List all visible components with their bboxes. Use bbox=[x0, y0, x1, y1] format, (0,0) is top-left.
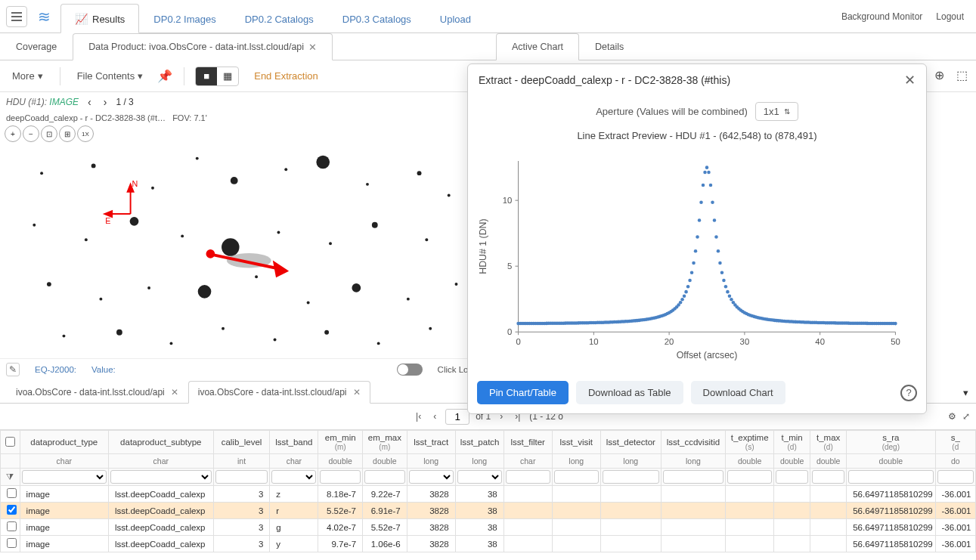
subtab-active-chart[interactable]: Active Chart bbox=[496, 33, 579, 60]
tab-results[interactable]: 📈Results bbox=[60, 4, 139, 33]
tab-upload[interactable]: Upload bbox=[426, 5, 485, 32]
page-first-icon[interactable]: |‹ bbox=[413, 411, 424, 422]
page-prev-icon[interactable]: ‹ bbox=[430, 411, 439, 422]
filter-input[interactable] bbox=[812, 470, 844, 484]
select-all-checkbox[interactable] bbox=[5, 437, 15, 447]
col-lsst_patch[interactable]: lsst_patch bbox=[455, 431, 503, 454]
help-icon[interactable]: ? bbox=[900, 385, 917, 401]
filter-input[interactable] bbox=[663, 470, 723, 484]
col-s_ra[interactable]: s_ra(deg) bbox=[847, 431, 935, 454]
svg-point-158 bbox=[684, 290, 688, 294]
pin-chart-button[interactable]: Pin Chart/Table bbox=[477, 381, 569, 404]
view-mode-toggle[interactable]: ■ ▦ bbox=[195, 67, 239, 86]
pin-icon[interactable]: 📌 bbox=[156, 68, 173, 85]
line-extract-chart[interactable]: 010203040500510Offset (arcsec)HDU# 1 (DN… bbox=[476, 152, 911, 364]
table-row[interactable]: imagelsst.deepCoadd_calexp3r5.52e-76.91e… bbox=[1, 503, 976, 519]
zoom-fit-icon[interactable]: ⊡ bbox=[41, 125, 57, 142]
row-checkbox[interactable] bbox=[7, 505, 17, 515]
filter-input[interactable] bbox=[727, 470, 772, 484]
file-contents-menu[interactable]: File Contents ▾ bbox=[71, 67, 150, 85]
end-extraction-button[interactable]: End Extraction bbox=[246, 67, 326, 85]
target-icon[interactable]: ⊕ bbox=[931, 67, 947, 84]
table-row[interactable]: imagelsst.deepCoadd_calexp3y9.7e-71.06e-… bbox=[1, 536, 976, 552]
tab-dp02-images[interactable]: DP0.2 Images bbox=[139, 5, 230, 32]
page-input[interactable] bbox=[445, 409, 469, 425]
click-lock-toggle[interactable] bbox=[397, 364, 423, 376]
tab-dp03-catalogs[interactable]: DP0.3 Catalogs bbox=[328, 5, 426, 32]
col-dataproduct_subtype[interactable]: dataproduct_subtype bbox=[108, 431, 213, 454]
col-lsst_tract[interactable]: lsst_tract bbox=[407, 431, 455, 454]
svg-point-26 bbox=[352, 283, 361, 292]
close-icon[interactable]: ✕ bbox=[904, 72, 916, 88]
filter-input[interactable] bbox=[776, 470, 808, 484]
filter-input[interactable] bbox=[554, 470, 599, 484]
col-t_max[interactable]: t_max(d) bbox=[810, 431, 847, 454]
col-s_[interactable]: s_(d bbox=[935, 431, 975, 454]
filter-icon[interactable]: ⧩ bbox=[1, 469, 20, 486]
zoom-fill-icon[interactable]: ⊞ bbox=[59, 125, 76, 142]
svg-point-46 bbox=[207, 251, 213, 257]
zoom-in-icon[interactable]: + bbox=[5, 125, 21, 142]
filter-input[interactable] bbox=[215, 470, 268, 484]
filter-input[interactable] bbox=[848, 470, 933, 484]
logout-link[interactable]: Logout bbox=[936, 11, 964, 22]
table-tab-1[interactable]: ivoa.ObsCore - data-int.lsst.cloud/api✕ bbox=[188, 381, 370, 404]
grid-view-icon[interactable]: ▦ bbox=[217, 67, 238, 85]
filter-input[interactable] bbox=[937, 470, 974, 484]
close-icon[interactable]: ✕ bbox=[308, 42, 317, 53]
subtab-coverage[interactable]: Coverage bbox=[0, 33, 73, 60]
filter-select[interactable] bbox=[110, 470, 212, 484]
download-chart-button[interactable]: Download Chart bbox=[691, 381, 785, 404]
filter-select[interactable] bbox=[457, 470, 502, 484]
col-lsst_detector[interactable]: lsst_detector bbox=[600, 431, 661, 454]
svg-point-30 bbox=[116, 330, 122, 336]
row-checkbox[interactable] bbox=[7, 538, 17, 548]
table-row[interactable]: imagelsst.deepCoadd_calexp3g4.02e-75.52e… bbox=[1, 519, 976, 536]
download-table-button[interactable]: Download as Table bbox=[576, 381, 683, 404]
tab-dp02-catalogs[interactable]: DP0.2 Catalogs bbox=[231, 5, 328, 32]
filter-input[interactable] bbox=[603, 470, 659, 484]
table-tab-menu[interactable]: ▾ bbox=[956, 382, 976, 403]
row-checkbox[interactable] bbox=[7, 521, 17, 531]
zoom-1x-icon[interactable]: 1X bbox=[77, 125, 94, 142]
single-view-icon[interactable]: ■ bbox=[196, 67, 217, 85]
col-t_min[interactable]: t_min(d) bbox=[774, 431, 810, 454]
col-calib_level[interactable]: calib_level bbox=[213, 431, 270, 454]
edit-icon[interactable]: ✎ bbox=[6, 363, 20, 376]
col-em_min[interactable]: em_min(m) bbox=[318, 431, 363, 454]
aperture-select[interactable]: 1x1⇅ bbox=[755, 102, 798, 121]
filter-select[interactable] bbox=[22, 470, 107, 484]
table-tab-0[interactable]: ivoa.ObsCore - data-int.lsst.cloud/api✕ bbox=[6, 381, 188, 403]
col-em_max[interactable]: em_max(m) bbox=[363, 431, 407, 454]
hdu-prev[interactable]: ‹ bbox=[85, 96, 95, 108]
subtab-data-product[interactable]: Data Product: ivoa.ObsCore - data-int.ls… bbox=[73, 33, 333, 60]
menu-button[interactable] bbox=[6, 6, 27, 27]
stepper-icon: ⇅ bbox=[784, 107, 790, 116]
col-lsst_ccdvisitid[interactable]: lsst_ccdvisitid bbox=[661, 431, 725, 454]
table-row[interactable]: imagelsst.deepCoadd_calexp3z8.18e-79.22e… bbox=[1, 486, 976, 503]
svg-text:N: N bbox=[132, 179, 138, 188]
expand-icon[interactable]: ⤢ bbox=[962, 411, 970, 422]
col-dataproduct_type[interactable]: dataproduct_type bbox=[20, 431, 108, 454]
col-lsst_visit[interactable]: lsst_visit bbox=[552, 431, 600, 454]
col-t_exptime[interactable]: t_exptime(s) bbox=[726, 431, 774, 454]
col-lsst_filter[interactable]: lsst_filter bbox=[503, 431, 552, 454]
filter-input[interactable] bbox=[320, 470, 361, 484]
filter-select[interactable] bbox=[409, 470, 454, 484]
svg-point-159 bbox=[686, 285, 690, 289]
close-icon[interactable]: ✕ bbox=[353, 387, 361, 398]
row-checkbox[interactable] bbox=[7, 488, 17, 498]
close-icon[interactable]: ✕ bbox=[171, 387, 178, 398]
gear-icon[interactable]: ⚙ bbox=[948, 411, 956, 422]
background-monitor-link[interactable]: Background Monitor bbox=[841, 11, 922, 22]
subtab-details[interactable]: Details bbox=[579, 33, 640, 60]
more-menu[interactable]: More ▾ bbox=[6, 67, 49, 85]
col-lsst_band[interactable]: lsst_band bbox=[270, 431, 318, 454]
hdu-next[interactable]: › bbox=[101, 96, 110, 108]
filter-input[interactable] bbox=[506, 470, 550, 484]
layers-icon[interactable]: ⬚ bbox=[953, 67, 970, 84]
sky-image-viewer[interactable]: N E bbox=[0, 144, 483, 358]
zoom-out-icon[interactable]: − bbox=[23, 125, 39, 142]
filter-select[interactable] bbox=[271, 470, 316, 484]
filter-input[interactable] bbox=[364, 470, 405, 484]
